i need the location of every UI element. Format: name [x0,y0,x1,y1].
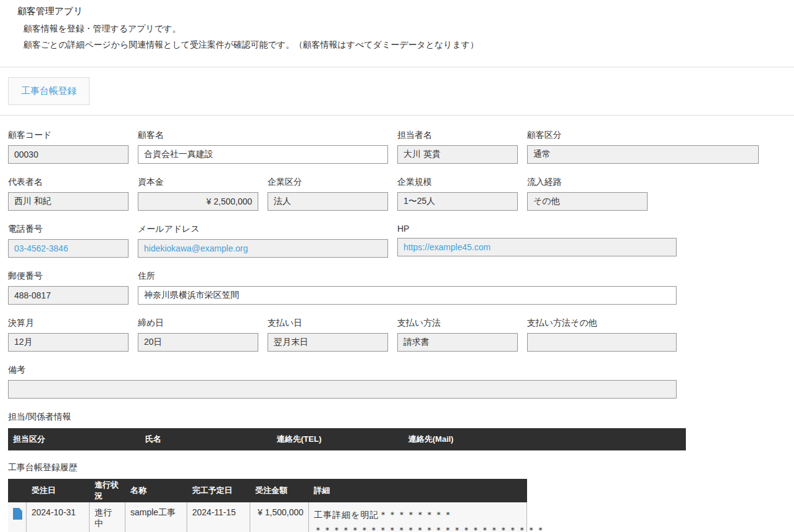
email-address-input[interactable]: hidekiokawa@example.org [138,239,388,258]
construction-ledger-register-button[interactable]: 工事台帳登録 [8,77,90,105]
field-capital: 資本金 ¥ 2,500,000 [138,177,258,211]
field-fiscal-month: 決算月 12月 [8,318,129,352]
payment-method-other-label: 支払い方法その他 [527,318,677,329]
customer-category-label: 顧客区分 [527,130,759,141]
payment-day-input[interactable]: 翌月末日 [268,333,388,352]
contacts-table-header: 担当区分 氏名 連絡先(TEL) 連絡先(Mail) [8,428,686,450]
construction-section-title: 工事台帳登録履歴 [8,462,794,473]
field-contact-person: 担当者名 大川 英貴 [397,130,518,164]
field-postal-code: 郵便番号 488-0817 [8,271,129,305]
field-customer-name: 顧客名 合資会社一真建設 [138,130,388,164]
form-row: 郵便番号 488-0817 住所 神奈川県横浜市栄区笠間 [8,271,786,305]
construction-col-detail: 詳細 [309,485,527,496]
address-input[interactable]: 神奈川県横浜市栄区笠間 [138,286,677,305]
phone-number-input[interactable]: 03-4562-3846 [8,239,129,258]
construction-detail-cell: 工事詳細を明記＊＊＊＊＊＊＊＊ ＊＊＊＊＊＊＊＊＊＊＊＊＊＊＊＊＊＊＊＊＊＊＊＊… [309,502,527,532]
customer-category-input[interactable]: 通常 [527,145,759,164]
customer-detail-form: 顧客コード 00030 顧客名 合資会社一真建設 担当者名 大川 英貴 顧客区分… [0,116,794,399]
payment-method-other-input[interactable] [527,333,677,352]
construction-status-cell: 進行中 [90,502,125,532]
construction-table-header: 受注日 進行状況 名称 完工予定日 受注金額 詳細 [8,479,527,502]
homepage-input[interactable]: https://example45.com [397,238,677,256]
postal-code-label: 郵便番号 [8,271,129,282]
contacts-table: 担当区分 氏名 連絡先(TEL) 連絡先(Mail) [8,428,686,450]
company-size-label: 企業規模 [397,177,518,188]
field-payment-method: 支払い方法 請求書 [397,318,518,352]
remarks-input[interactable] [8,380,677,399]
app-header: 顧客管理アプリ 顧客情報を登録・管理するアプリです。 顧客ごとの詳細ページから関… [0,0,794,67]
form-row: 顧客コード 00030 顧客名 合資会社一真建設 担当者名 大川 英貴 顧客区分… [8,130,786,164]
customer-name-input[interactable]: 合資会社一真建設 [138,145,388,164]
form-row: 決算月 12月 締め日 20日 支払い日 翌月末日 支払い方法 請求書 支払い方… [8,318,786,352]
construction-col-order-date: 受注日 [27,485,90,496]
field-company-size: 企業規模 1〜25人 [397,177,518,211]
construction-completion-date-cell: 2024-11-15 [187,502,250,532]
contacts-section-title: 担当/関係者情報 [8,412,794,423]
representative-name-label: 代表者名 [8,177,129,188]
contact-person-input[interactable]: 大川 英貴 [397,145,518,164]
field-email-address: メールアドレス hidekiokawa@example.org [138,224,388,258]
construction-col-amount: 受注金額 [250,485,309,496]
contacts-col-tel: 連絡先(TEL) [272,434,403,445]
construction-detail-line: ＊＊＊＊＊＊＊＊＊＊＊＊＊＊＊＊＊＊＊＊＊＊＊＊＊ [314,523,522,532]
app-description-line: 顧客情報を登録・管理するアプリです。 [23,22,777,36]
contacts-col-mail: 連絡先(Mail) [403,434,686,445]
postal-code-input[interactable]: 488-0817 [8,286,129,305]
contacts-col-role: 担当区分 [8,434,140,445]
contact-person-label: 担当者名 [397,130,518,141]
payment-method-label: 支払い方法 [397,318,518,329]
capital-label: 資本金 [138,177,258,188]
construction-detail-line: 工事詳細を明記＊＊＊＊＊＊＊＊ [314,507,522,523]
customer-code-input[interactable]: 00030 [8,145,129,164]
field-remarks: 備考 [8,365,677,399]
customer-name-label: 顧客名 [138,130,388,141]
field-closing-day: 締め日 20日 [138,318,258,352]
construction-amount-cell: ¥ 1,500,000 [250,502,309,532]
construction-col-name: 名称 [125,485,187,496]
field-homepage: HP https://example45.com [397,224,677,258]
company-type-input[interactable]: 法人 [268,192,388,211]
email-address-label: メールアドレス [138,224,388,235]
capital-input[interactable]: ¥ 2,500,000 [138,192,258,211]
fiscal-month-input[interactable]: 12月 [8,333,129,352]
document-icon[interactable] [13,508,22,520]
fiscal-month-label: 決算月 [8,318,129,329]
construction-name-cell: sample工事 [125,502,187,532]
field-customer-category: 顧客区分 通常 [527,130,759,164]
field-inflow-route: 流入経路 その他 [527,177,648,211]
contacts-col-name: 氏名 [140,434,272,445]
construction-row-icon-cell [8,502,27,532]
field-address: 住所 神奈川県横浜市栄区笠間 [138,271,677,305]
form-row: 電話番号 03-4562-3846 メールアドレス hidekiokawa@ex… [8,224,786,258]
company-size-input[interactable]: 1〜25人 [397,192,518,211]
field-phone-number: 電話番号 03-4562-3846 [8,224,129,258]
field-payment-method-other: 支払い方法その他 [527,318,677,352]
construction-col-completion-date: 完工予定日 [187,485,250,496]
inflow-route-input[interactable]: その他 [527,192,648,211]
construction-table-row: 2024-10-31 進行中 sample工事 2024-11-15 ¥ 1,5… [8,502,527,532]
construction-order-date-cell: 2024-10-31 [27,502,90,532]
payment-method-input[interactable]: 請求書 [397,333,518,352]
company-type-label: 企業区分 [268,177,388,188]
field-payment-day: 支払い日 翌月末日 [268,318,388,352]
homepage-label: HP [397,224,677,234]
toolbar: 工事台帳登録 [0,67,794,116]
inflow-route-label: 流入経路 [527,177,648,188]
closing-day-input[interactable]: 20日 [138,333,258,352]
app-description-line: 顧客ごとの詳細ページから関連情報として受注案件が確認可能です。（顧客情報はすべて… [23,38,777,52]
phone-number-label: 電話番号 [8,224,129,235]
address-label: 住所 [138,271,677,282]
form-row: 備考 [8,365,786,399]
customer-code-label: 顧客コード [8,130,129,141]
field-customer-code: 顧客コード 00030 [8,130,129,164]
payment-day-label: 支払い日 [268,318,388,329]
page-title: 顧客管理アプリ [17,6,777,17]
field-company-type: 企業区分 法人 [268,177,388,211]
field-representative-name: 代表者名 西川 和紀 [8,177,129,211]
construction-history-table: 受注日 進行状況 名称 完工予定日 受注金額 詳細 2024-10-31 進行中… [8,479,527,532]
construction-col-status: 進行状況 [90,479,125,502]
closing-day-label: 締め日 [138,318,258,329]
remarks-label: 備考 [8,365,677,376]
representative-name-input[interactable]: 西川 和紀 [8,192,129,211]
form-row: 代表者名 西川 和紀 資本金 ¥ 2,500,000 企業区分 法人 企業規模 … [8,177,786,211]
